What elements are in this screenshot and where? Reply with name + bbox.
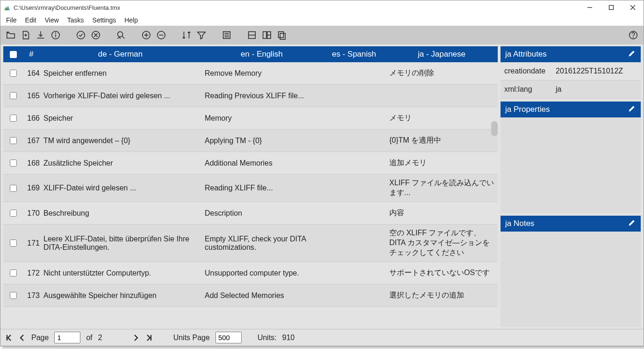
copy-icon[interactable] [276,29,287,41]
row-checkbox[interactable] [10,137,17,144]
cell-en[interactable]: Remove Memory [201,69,322,78]
new-file-icon[interactable] [20,29,31,41]
row-checkbox[interactable] [10,115,17,122]
of-label: of [86,334,92,342]
row-checkbox[interactable] [10,210,17,217]
prev-page-button[interactable] [18,334,26,342]
col-ja[interactable]: ja - Japanese [386,50,498,59]
cell-ja[interactable]: 内容 [386,208,498,218]
cell-de[interactable]: Speicher entfernen [40,69,201,78]
edit-icon[interactable] [628,104,636,115]
attribute-row[interactable]: xml:langja [501,80,641,99]
menu-tasks[interactable]: Tasks [67,16,84,24]
cell-en[interactable]: Add Selected Memories [201,291,322,300]
edit-icon[interactable] [628,218,636,229]
cell-ja[interactable]: XLIFF ファイルを読み込んでいます... [386,178,498,198]
row-checkbox[interactable] [10,185,17,192]
cell-en[interactable]: Applying TM - {0} [201,137,322,145]
cell-de[interactable]: Speicher [40,114,201,123]
cell-en[interactable]: Reading Previous XLIFF file... [201,92,322,100]
first-page-button[interactable] [5,334,13,342]
table-row[interactable]: 173Ausgewählte Speicher hinzufügenAdd Se… [3,284,498,307]
row-checkbox[interactable] [10,292,17,299]
menu-file[interactable]: File [6,16,17,24]
cell-de[interactable]: Nicht unterstützter Computertyp. [40,269,201,277]
cell-en[interactable]: Reading XLIFF file... [201,184,322,192]
close-button[interactable] [622,0,644,15]
cell-en[interactable]: Empty XLIFF, check your DITA customizati… [201,235,322,252]
menu-help[interactable]: Help [124,16,138,24]
table-row[interactable]: 164Speicher entfernenRemove Memoryメモリの削除 [3,62,498,85]
download-icon[interactable] [35,29,46,41]
cell-de[interactable]: Zusätzliche Speicher [40,159,201,167]
svg-point-24 [633,37,634,37]
attr-key: creationdate [504,67,556,75]
table-row[interactable]: 172Nicht unterstützter Computertyp.Unsup… [3,262,498,284]
row-number: 167 [23,137,40,145]
form-icon[interactable] [221,29,232,41]
cell-de[interactable]: Vorherige XLIFF-Datei wird gelesen ... [40,92,201,100]
add-circle-icon[interactable] [141,29,152,41]
page-input[interactable] [54,332,80,343]
cell-de[interactable]: Leere XLIFF-Datei, bitte überprüfen Sie … [40,235,201,252]
row-checkbox[interactable] [10,70,17,77]
help-icon[interactable] [628,29,639,41]
cell-ja[interactable]: 空の XLIFF ファイルです、DITA カスタマイゼ―ションをチェックしてくだ… [386,228,498,258]
cell-ja[interactable]: {0}TM を適用中 [386,136,498,145]
table-row[interactable]: 166SpeicherMemoryメモリ [3,107,498,130]
cell-ja[interactable]: メモリの削除 [386,68,498,78]
units-label: Units: [258,334,277,342]
sort-icon[interactable] [181,29,192,41]
menu-edit[interactable]: Edit [25,16,36,24]
row-checkbox[interactable] [10,160,17,167]
info-icon[interactable] [50,29,61,41]
table-row[interactable]: 171Leere XLIFF-Datei, bitte überprüfen S… [3,225,498,262]
units-page-input[interactable] [215,332,242,343]
remove-circle-icon[interactable] [156,29,167,41]
toolbar [0,26,644,44]
notes-panel-header: ja Notes [501,216,641,232]
menu-settings[interactable]: Settings [93,16,116,24]
table-row[interactable]: 170BeschreibungDescription内容 [3,202,498,225]
table-row[interactable]: 165Vorherige XLIFF-Datei wird gelesen ..… [3,85,498,107]
columns-icon[interactable] [261,29,272,41]
properties-body [501,117,641,213]
table-row[interactable]: 169XLIFF-Datei wird gelesen ...Reading X… [3,174,498,202]
rows-icon[interactable] [246,29,258,41]
row-checkbox[interactable] [10,269,17,276]
minimize-button[interactable] [579,0,601,15]
cell-en[interactable]: Unsupported computer type. [201,269,322,277]
cell-en[interactable]: Additional Memories [201,159,322,167]
cell-de[interactable]: Ausgewählte Speicher hinzufügen [40,291,201,300]
row-checkbox[interactable] [10,240,17,247]
menu-view[interactable]: View [45,16,59,24]
cell-ja[interactable]: メモリ [386,113,498,123]
cell-en[interactable]: Memory [201,114,322,123]
cell-de[interactable]: TM wird angewendet – {0} [40,137,201,145]
replace-icon[interactable] [115,29,127,41]
table-row[interactable]: 168Zusätzliche SpeicherAdditional Memori… [3,152,498,174]
row-checkbox[interactable] [10,92,17,99]
attribute-row[interactable]: creationdate20161225T151012Z [501,62,641,80]
cell-de[interactable]: Beschreibung [40,209,201,218]
cell-ja[interactable]: サポートされていないOSです [386,268,498,278]
cell-ja[interactable]: 追加メモリ [386,158,498,168]
filter-icon[interactable] [196,29,207,41]
cell-de[interactable]: XLIFF-Datei wird gelesen ... [40,184,201,192]
col-number[interactable]: # [23,50,40,59]
open-icon[interactable] [5,29,16,41]
cell-ja[interactable]: 選択したメモリの追加 [386,291,498,300]
table-row[interactable]: 167TM wird angewendet – {0}Applying TM -… [3,130,498,152]
col-es[interactable]: es - Spanish [322,50,386,59]
cancel-circle-icon[interactable] [90,29,101,41]
col-en[interactable]: en - English [201,50,322,59]
maximize-button[interactable] [601,0,622,15]
check-circle-icon[interactable] [75,29,86,41]
select-all-checkbox[interactable] [10,51,17,58]
next-page-button[interactable] [132,334,140,342]
scrollbar-thumb[interactable] [491,121,498,136]
last-page-button[interactable] [145,334,153,342]
col-de[interactable]: de - German [40,50,201,59]
cell-en[interactable]: Description [201,209,322,218]
edit-icon[interactable] [628,49,636,60]
